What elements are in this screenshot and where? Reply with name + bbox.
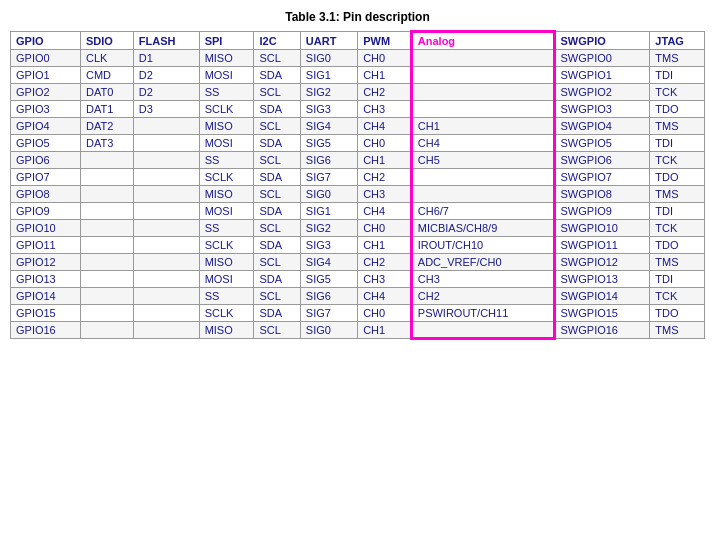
- cell-r2-c1: DAT0: [81, 84, 134, 101]
- cell-r7-c9: TDO: [650, 169, 705, 186]
- cell-r11-c8: SWGPIO11: [554, 237, 650, 254]
- cell-r12-c7: ADC_VREF/CH0: [411, 254, 554, 271]
- table-row: GPIO10SSSCLSIG2CH0MICBIAS/CH8/9SWGPIO10T…: [11, 220, 705, 237]
- cell-r2-c6: CH2: [358, 84, 412, 101]
- cell-r13-c2: [133, 271, 199, 288]
- cell-r2-c3: SS: [199, 84, 254, 101]
- cell-r15-c4: SDA: [254, 305, 300, 322]
- cell-r5-c8: SWGPIO5: [554, 135, 650, 152]
- cell-r10-c0: GPIO10: [11, 220, 81, 237]
- col-header-swgpio: SWGPIO: [554, 32, 650, 50]
- cell-r9-c4: SDA: [254, 203, 300, 220]
- cell-r6-c1: [81, 152, 134, 169]
- cell-r3-c1: DAT1: [81, 101, 134, 118]
- col-header-analog: Analog: [411, 32, 554, 50]
- cell-r8-c0: GPIO8: [11, 186, 81, 203]
- table-row: GPIO7SCLKSDASIG7CH2SWGPIO7TDO: [11, 169, 705, 186]
- cell-r2-c2: D2: [133, 84, 199, 101]
- cell-r0-c4: SCL: [254, 50, 300, 67]
- cell-r7-c6: CH2: [358, 169, 412, 186]
- cell-r6-c7: CH5: [411, 152, 554, 169]
- cell-r3-c8: SWGPIO3: [554, 101, 650, 118]
- col-header-jtag: JTAG: [650, 32, 705, 50]
- cell-r3-c9: TDO: [650, 101, 705, 118]
- cell-r8-c9: TMS: [650, 186, 705, 203]
- cell-r7-c4: SDA: [254, 169, 300, 186]
- cell-r4-c6: CH4: [358, 118, 412, 135]
- cell-r3-c3: SCLK: [199, 101, 254, 118]
- cell-r13-c1: [81, 271, 134, 288]
- cell-r6-c3: SS: [199, 152, 254, 169]
- table-row: GPIO5DAT3MOSISDASIG5CH0CH4SWGPIO5TDI: [11, 135, 705, 152]
- cell-r4-c8: SWGPIO4: [554, 118, 650, 135]
- table-row: GPIO0CLKD1MISOSCLSIG0CH0SWGPIO0TMS: [11, 50, 705, 67]
- cell-r14-c4: SCL: [254, 288, 300, 305]
- cell-r1-c8: SWGPIO1: [554, 67, 650, 84]
- cell-r15-c2: [133, 305, 199, 322]
- cell-r1-c5: SIG1: [300, 67, 357, 84]
- cell-r2-c8: SWGPIO2: [554, 84, 650, 101]
- cell-r0-c3: MISO: [199, 50, 254, 67]
- cell-r7-c8: SWGPIO7: [554, 169, 650, 186]
- cell-r11-c0: GPIO11: [11, 237, 81, 254]
- cell-r1-c2: D2: [133, 67, 199, 84]
- cell-r10-c7: MICBIAS/CH8/9: [411, 220, 554, 237]
- cell-r2-c0: GPIO2: [11, 84, 81, 101]
- table-container: Table 3.1: Pin description GPIOSDIOFLASH…: [10, 10, 705, 340]
- cell-r2-c5: SIG2: [300, 84, 357, 101]
- cell-r1-c7: [411, 67, 554, 84]
- col-header-flash: FLASH: [133, 32, 199, 50]
- cell-r11-c5: SIG3: [300, 237, 357, 254]
- cell-r4-c4: SCL: [254, 118, 300, 135]
- cell-r3-c4: SDA: [254, 101, 300, 118]
- cell-r14-c3: SS: [199, 288, 254, 305]
- cell-r3-c5: SIG3: [300, 101, 357, 118]
- cell-r9-c8: SWGPIO9: [554, 203, 650, 220]
- cell-r8-c5: SIG0: [300, 186, 357, 203]
- cell-r14-c6: CH4: [358, 288, 412, 305]
- cell-r13-c5: SIG5: [300, 271, 357, 288]
- cell-r7-c5: SIG7: [300, 169, 357, 186]
- table-title: Table 3.1: Pin description: [10, 10, 705, 24]
- cell-r16-c3: MISO: [199, 322, 254, 339]
- cell-r8-c8: SWGPIO8: [554, 186, 650, 203]
- cell-r13-c4: SDA: [254, 271, 300, 288]
- cell-r11-c4: SDA: [254, 237, 300, 254]
- table-row: GPIO9MOSISDASIG1CH4CH6/7SWGPIO9TDI: [11, 203, 705, 220]
- cell-r8-c3: MISO: [199, 186, 254, 203]
- cell-r6-c6: CH1: [358, 152, 412, 169]
- cell-r1-c4: SDA: [254, 67, 300, 84]
- cell-r6-c4: SCL: [254, 152, 300, 169]
- cell-r4-c2: [133, 118, 199, 135]
- cell-r0-c7: [411, 50, 554, 67]
- table-row: GPIO4DAT2MISOSCLSIG4CH4CH1SWGPIO4TMS: [11, 118, 705, 135]
- table-row: GPIO8MISOSCLSIG0CH3SWGPIO8TMS: [11, 186, 705, 203]
- cell-r5-c7: CH4: [411, 135, 554, 152]
- cell-r16-c8: SWGPIO16: [554, 322, 650, 339]
- cell-r14-c7: CH2: [411, 288, 554, 305]
- col-header-pwm: PWM: [358, 32, 412, 50]
- cell-r8-c7: [411, 186, 554, 203]
- cell-r6-c0: GPIO6: [11, 152, 81, 169]
- cell-r11-c6: CH1: [358, 237, 412, 254]
- cell-r7-c1: [81, 169, 134, 186]
- cell-r12-c0: GPIO12: [11, 254, 81, 271]
- cell-r0-c2: D1: [133, 50, 199, 67]
- cell-r14-c5: SIG6: [300, 288, 357, 305]
- cell-r15-c1: [81, 305, 134, 322]
- cell-r12-c3: MISO: [199, 254, 254, 271]
- cell-r10-c9: TCK: [650, 220, 705, 237]
- table-row: GPIO15SCLKSDASIG7CH0PSWIROUT/CH11SWGPIO1…: [11, 305, 705, 322]
- cell-r12-c1: [81, 254, 134, 271]
- cell-r1-c3: MOSI: [199, 67, 254, 84]
- cell-r3-c2: D3: [133, 101, 199, 118]
- cell-r2-c9: TCK: [650, 84, 705, 101]
- cell-r8-c2: [133, 186, 199, 203]
- cell-r1-c6: CH1: [358, 67, 412, 84]
- cell-r12-c2: [133, 254, 199, 271]
- cell-r9-c0: GPIO9: [11, 203, 81, 220]
- cell-r14-c9: TCK: [650, 288, 705, 305]
- col-header-i2c: I2C: [254, 32, 300, 50]
- table-row: GPIO16MISOSCLSIG0CH1SWGPIO16TMS: [11, 322, 705, 339]
- cell-r15-c0: GPIO15: [11, 305, 81, 322]
